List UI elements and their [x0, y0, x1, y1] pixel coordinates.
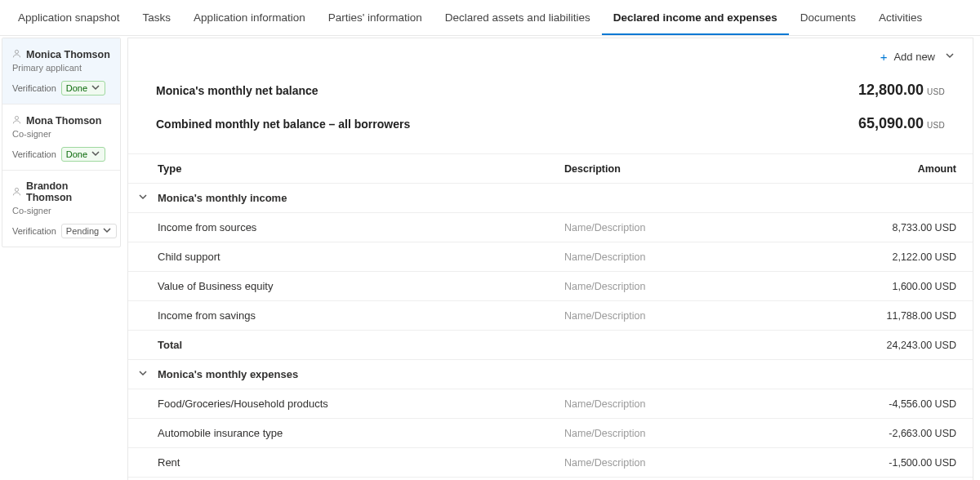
applicant-card[interactable]: Brandon Thomson Co-signer Verification P… [2, 171, 120, 247]
verification-label: Verification [12, 149, 56, 159]
add-new-button[interactable]: + Add new [880, 50, 955, 64]
row-amount: -4,556.00 USD [777, 398, 956, 410]
tab-declared-income-expenses[interactable]: Declared income and expenses [602, 0, 789, 35]
summary-label: Monica's monthly net balance [156, 84, 318, 97]
chevron-down-icon [91, 149, 100, 160]
row-description: Name/Description [564, 428, 777, 439]
chevron-down-icon [102, 225, 112, 237]
section-total-row: Total 24,243.00 USD [128, 331, 973, 360]
tab-documents[interactable]: Documents [789, 0, 867, 35]
applicant-card[interactable]: Monica Thomson Primary applicant Verific… [2, 38, 120, 104]
row-amount: -1,500.00 USD [777, 457, 956, 469]
grid-row[interactable]: Value of Business equity Name/Descriptio… [128, 272, 973, 301]
verification-status-badge[interactable]: Done [61, 147, 105, 162]
section-header-expenses[interactable]: Monica's monthly expenses [128, 360, 973, 389]
row-amount: 2,122.00 USD [777, 251, 956, 263]
row-amount: 1,600.00 USD [777, 281, 956, 292]
add-new-label: Add new [893, 51, 935, 63]
content-area: + Add new Monica's monthly net balance 1… [127, 38, 973, 480]
applicant-name: Mona Thomson [26, 115, 101, 127]
tab-activities[interactable]: Activities [867, 0, 933, 35]
verification-label: Verification [12, 226, 56, 236]
applicant-role: Primary applicant [12, 63, 110, 73]
applicant-role: Co-signer [12, 129, 110, 139]
row-type: Food/Groceries/Household products [158, 398, 564, 410]
section-title: Monica's monthly income [158, 192, 564, 204]
summary-amount: 12,800.00USD [858, 82, 945, 99]
row-amount: 11,788.00 USD [777, 310, 956, 322]
row-description: Name/Description [564, 251, 777, 263]
row-type: Rent [158, 456, 564, 469]
row-description: Name/Description [564, 457, 777, 469]
row-type: Income from savings [158, 309, 564, 322]
row-type: Child support [158, 251, 564, 263]
row-amount: 8,733.00 USD [777, 222, 956, 233]
applicant-sidebar: Monica Thomson Primary applicant Verific… [2, 38, 121, 247]
column-header-type[interactable]: Type [158, 162, 564, 175]
section-header-income[interactable]: Monica's monthly income [128, 184, 973, 213]
row-description: Name/Description [564, 310, 777, 322]
verification-status-badge[interactable]: Pending [61, 224, 117, 238]
row-amount: -2,663.00 USD [777, 428, 956, 439]
grid-row[interactable]: Child support Name/Description 2,122.00 … [128, 242, 973, 272]
svg-point-1 [15, 116, 18, 119]
svg-point-2 [15, 188, 18, 191]
grid-row[interactable]: Automobile insurance type Name/Descripti… [128, 419, 973, 448]
row-type: Automobile insurance type [158, 427, 564, 439]
person-icon [12, 48, 21, 60]
person-icon [12, 114, 21, 127]
applicant-card[interactable]: Mona Thomson Co-signer Verification Done [2, 104, 120, 171]
row-description: Name/Description [564, 222, 777, 233]
chevron-down-icon [945, 51, 955, 63]
chevron-down-icon [91, 82, 100, 94]
person-icon [12, 186, 21, 198]
income-expense-grid: Type Description Amount Monica's monthly… [128, 153, 973, 480]
verification-label: Verification [12, 83, 56, 93]
grid-row[interactable]: Income from sources Name/Description 8,7… [128, 213, 973, 242]
verification-status-badge[interactable]: Done [61, 81, 105, 96]
applicant-role: Co-signer [12, 206, 110, 216]
section-title: Monica's monthly expenses [158, 368, 564, 380]
applicant-name: Brandon Thomson [26, 180, 110, 203]
tab-bar: Application snapshot Tasks Application i… [0, 0, 980, 36]
row-description: Name/Description [564, 398, 777, 410]
tab-tasks[interactable]: Tasks [131, 0, 183, 35]
summary-amount: 65,090.00USD [858, 115, 945, 132]
grid-row[interactable]: Rent Name/Description -1,500.00 USD [128, 448, 973, 478]
chevron-down-icon [138, 192, 148, 204]
row-description: Name/Description [564, 281, 777, 292]
column-header-description[interactable]: Description [564, 163, 777, 175]
plus-icon: + [880, 50, 888, 64]
row-type: Income from sources [158, 221, 564, 233]
svg-point-0 [15, 50, 18, 53]
tab-application-snapshot[interactable]: Application snapshot [7, 0, 131, 35]
tab-declared-assets-liabilities[interactable]: Declared assets and liabilities [434, 0, 602, 35]
row-type: Value of Business equity [158, 280, 564, 292]
applicant-name: Monica Thomson [26, 49, 110, 60]
summary-label: Combined monthly net balance – all borro… [156, 118, 410, 131]
balance-summary: Monica's monthly net balance 12,800.00US… [128, 73, 973, 153]
grid-row[interactable]: Food/Groceries/Household products Name/D… [128, 389, 973, 419]
tab-parties-information[interactable]: Parties' information [317, 0, 434, 35]
column-header-amount[interactable]: Amount [777, 163, 956, 175]
chevron-down-icon [138, 368, 148, 380]
total-amount: 24,243.00 USD [777, 340, 956, 351]
grid-row[interactable]: Income from savings Name/Description 11,… [128, 301, 973, 331]
tab-application-information[interactable]: Application information [182, 0, 317, 35]
total-label: Total [158, 339, 564, 351]
